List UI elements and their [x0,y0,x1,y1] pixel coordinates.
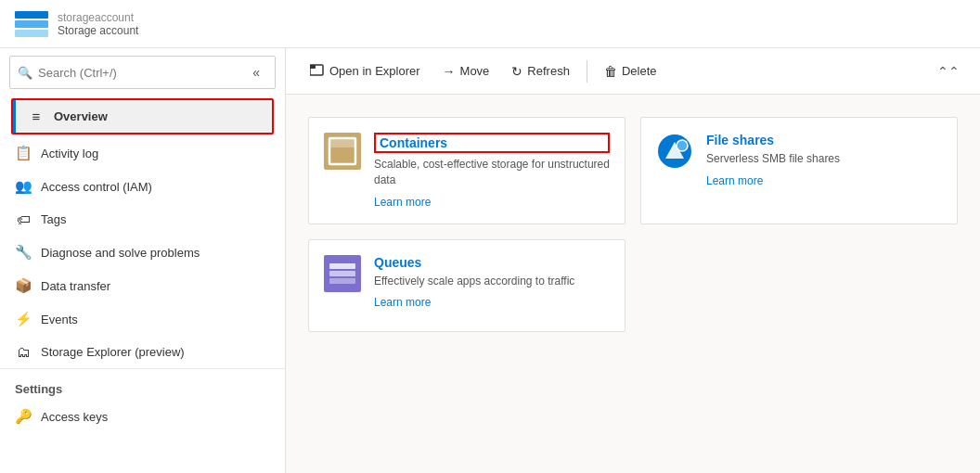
containers-card: Containers Scalable, cost-effective stor… [308,117,625,224]
sidebar-item-overview[interactable]: ≡ Overview [11,98,274,134]
storage-account-icon [15,11,48,37]
sidebar-item-label: Events [41,313,78,326]
collapse-sidebar-button[interactable]: « [245,61,267,83]
open-in-explorer-label: Open in Explorer [329,64,420,78]
containers-card-icon [324,133,361,170]
svg-rect-4 [329,138,355,147]
file-shares-card-title[interactable]: File shares [706,133,840,147]
file-shares-card-content: File shares Serverless SMB file shares L… [706,133,840,187]
search-icon: 🔍 [18,66,32,80]
sidebar-item-label: Activity log [41,147,98,160]
open-in-explorer-button[interactable]: Open in Explorer [301,58,430,84]
delete-button[interactable]: 🗑 Delete [595,58,666,84]
containers-learn-more-link[interactable]: Learn more [374,196,610,209]
collapse-up-button[interactable]: ⌃⌃ [932,58,965,84]
tags-icon: 🏷 [15,211,32,227]
svg-point-7 [677,140,688,151]
storage-label: Storage account [58,24,138,37]
toolbar: Open in Explorer → Move ↻ Refresh 🗑 Dele… [286,48,980,95]
queues-learn-more-link[interactable]: Learn more [374,296,574,309]
move-label: Move [460,64,490,78]
search-input[interactable] [38,66,245,80]
main-layout: 🔍 « ≡ Overview 📋 Activity log 👥 Access c… [0,48,980,473]
refresh-button[interactable]: ↻ Refresh [502,58,579,84]
sidebar-item-label: Access keys [41,410,108,424]
open-explorer-icon [310,63,325,79]
file-shares-card-icon [656,133,693,170]
diagnose-icon: 🔧 [15,244,32,261]
top-header: storageaccount Storage account [0,0,980,48]
svg-rect-1 [310,65,316,69]
sidebar-item-label: Access control (IAM) [41,180,152,194]
queues-card-content: Queues Effectively scale apps according … [374,255,574,310]
file-shares-learn-more-link[interactable]: Learn more [706,174,840,187]
sidebar-item-events[interactable]: ⚡ Events [0,302,285,336]
content-area: Open in Explorer → Move ↻ Refresh 🗑 Dele… [286,48,980,473]
sidebar-item-data-transfer[interactable]: 📦 Data transfer [0,269,285,302]
sidebar-item-activity-log[interactable]: 📋 Activity log [0,136,285,170]
sidebar-item-diagnose[interactable]: 🔧 Diagnose and solve problems [0,236,285,269]
search-container: 🔍 « [9,56,276,89]
move-button[interactable]: → Move [433,58,499,84]
queues-card-icon [324,255,361,292]
events-icon: ⚡ [15,311,32,327]
file-shares-card: File shares Serverless SMB file shares L… [640,117,958,224]
queues-card: Queues Effectively scale apps according … [308,239,625,332]
refresh-label: Refresh [527,64,570,78]
sidebar-item-storage-explorer[interactable]: 🗂 Storage Explorer (preview) [0,336,285,368]
sidebar-item-label: Data transfer [41,279,110,293]
svg-rect-9 [329,263,355,269]
cards-area: Containers Scalable, cost-effective stor… [286,95,980,354]
sidebar-item-tags[interactable]: 🏷 Tags [0,203,285,236]
sidebar: 🔍 « ≡ Overview 📋 Activity log 👥 Access c… [0,48,286,473]
containers-card-desc: Scalable, cost-effective storage for uns… [374,157,610,188]
activity-log-icon: 📋 [15,145,32,161]
sidebar-item-access-control[interactable]: 👥 Access control (IAM) [0,170,285,203]
toolbar-separator [587,60,587,83]
sidebar-item-label: Tags [41,212,66,226]
account-name: storageaccount [58,11,138,24]
iam-icon: 👥 [15,178,32,195]
file-shares-card-desc: Serverless SMB file shares [706,151,840,167]
sidebar-scroll: ≡ Overview 📋 Activity log 👥 Access contr… [0,96,285,473]
overview-icon: ≡ [28,109,45,124]
sidebar-item-label: Overview [54,109,108,123]
sidebar-item-label: Diagnose and solve problems [41,246,200,260]
svg-rect-10 [329,271,355,276]
sidebar-item-label: Storage Explorer (preview) [41,345,185,359]
delete-icon: 🗑 [604,64,617,79]
refresh-icon: ↻ [511,64,522,79]
containers-card-content: Containers Scalable, cost-effective stor… [374,133,610,209]
move-icon: → [443,64,456,79]
storage-explorer-icon: 🗂 [15,344,32,360]
queues-card-title[interactable]: Queues [374,255,574,270]
sidebar-item-access-keys[interactable]: 🔑 Access keys [0,400,285,433]
data-transfer-icon: 📦 [15,277,32,294]
containers-card-title[interactable]: Containers [374,133,610,153]
settings-section-header: Settings [0,368,285,400]
queues-card-desc: Effectively scale apps according to traf… [374,274,574,289]
access-keys-icon: 🔑 [15,408,32,425]
svg-rect-11 [329,278,355,284]
delete-label: Delete [622,64,657,78]
